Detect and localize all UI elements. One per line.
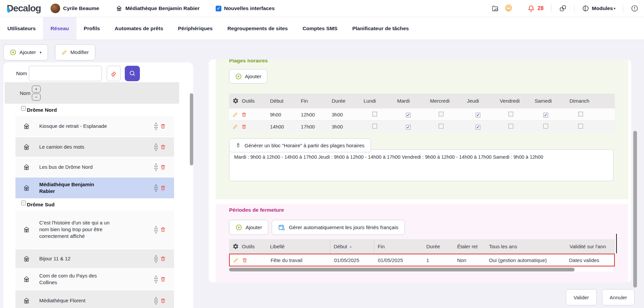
column-header[interactable]: Jeudi	[464, 98, 496, 104]
list-item[interactable]: Les bus de Drôme Nord △▽	[15, 157, 174, 177]
modules-menu[interactable]: Modules ▾	[582, 5, 615, 12]
day-checkbox[interactable]	[372, 124, 377, 129]
add-plage-button[interactable]: Ajouter	[229, 69, 267, 84]
move-up-icon[interactable]: △	[154, 296, 158, 301]
day-checkbox[interactable]	[439, 112, 443, 116]
horizontal-scrollbar[interactable]	[229, 268, 613, 271]
clear-search-button[interactable]	[107, 66, 121, 81]
column-header[interactable]: Mercredi	[427, 98, 464, 104]
column-header[interactable]: Samedi	[531, 98, 566, 104]
move-down-icon[interactable]: ▽	[154, 188, 158, 193]
day-checkbox[interactable]: ✓	[476, 125, 480, 130]
edit-icon[interactable]	[233, 257, 239, 263]
column-header[interactable]: Dimanch	[566, 98, 615, 104]
move-down-icon[interactable]: ▽	[154, 229, 158, 234]
cancel-button[interactable]: Annuler	[602, 289, 635, 305]
tab-regroupements-de-sites[interactable]: Regroupements de sites	[220, 17, 295, 40]
column-header[interactable]: Vendredi	[496, 98, 531, 104]
add-button[interactable]: Ajouter ▾	[3, 44, 48, 60]
list-item[interactable]: C'est l'histoire d'un site qui a un nom …	[15, 210, 174, 249]
edit-icon[interactable]	[232, 124, 238, 130]
linked-apps-icon[interactable]	[559, 4, 567, 12]
move-up-icon[interactable]: △	[154, 183, 158, 188]
delete-icon[interactable]	[241, 112, 247, 117]
day-checkbox[interactable]: ✓	[406, 125, 411, 130]
move-up-icon[interactable]: △	[154, 142, 158, 147]
list-item-selected[interactable]: Médiathèque Benjamin Rabier △▽	[15, 177, 174, 198]
collapse-node-icon[interactable]: −	[21, 201, 26, 205]
site-search-input[interactable]	[29, 66, 102, 81]
collapse-node-icon[interactable]: −	[21, 106, 26, 111]
add-fermeture-button[interactable]: Ajouter	[229, 220, 268, 235]
sidebar-scrollbar[interactable]	[190, 93, 193, 165]
column-header[interactable]: Tous les ans	[486, 244, 566, 249]
tree-group-drome-sud[interactable]: − Drôme Sud	[3, 198, 193, 210]
collapse-all-button[interactable]: −	[32, 94, 41, 101]
move-down-icon[interactable]: ▽	[154, 301, 158, 305]
delete-icon[interactable]	[160, 298, 166, 304]
current-site[interactable]: Médiathèque Benjamin Rabier	[115, 5, 200, 12]
column-header[interactable]: Durée	[328, 98, 360, 104]
move-down-icon[interactable]: ▽	[154, 167, 158, 172]
delete-icon[interactable]	[242, 257, 248, 263]
move-up-icon[interactable]: △	[154, 225, 158, 229]
generate-schedule-button[interactable]: Générer un bloc "Horaire" à partir des p…	[229, 138, 371, 152]
tab-automates-de-prets[interactable]: Automates de prêts	[107, 17, 171, 40]
day-checkbox[interactable]	[439, 124, 443, 129]
day-checkbox[interactable]	[578, 112, 583, 116]
column-header[interactable]: Mardi	[394, 98, 427, 104]
list-item[interactable]: Bijour 11 & 12 △▽	[15, 249, 174, 268]
horizontal-scrollbar-thumb[interactable]	[229, 268, 575, 271]
column-header[interactable]: Étaler ret	[454, 244, 486, 249]
search-button[interactable]	[125, 66, 140, 81]
day-checkbox[interactable]	[543, 124, 548, 129]
tree-group-drome-nord[interactable]: − Drôme Nord	[3, 104, 193, 115]
day-checkbox[interactable]: ✓	[476, 113, 480, 117]
tab-comptes-sms[interactable]: Comptes SMS	[295, 17, 345, 40]
tab-profils[interactable]: Profils	[76, 17, 107, 40]
column-header-sorted[interactable]: Début▲	[330, 239, 374, 254]
column-header[interactable]: Libellé	[267, 239, 330, 254]
checked-checkbox-icon[interactable]: ✓	[216, 6, 221, 11]
column-header[interactable]: Lundi	[360, 98, 394, 104]
day-checkbox[interactable]	[508, 112, 513, 116]
notifications-bell-icon[interactable]	[527, 5, 535, 12]
move-down-icon[interactable]: ▽	[154, 259, 158, 263]
day-checkbox[interactable]	[372, 112, 377, 116]
notification-count-badge[interactable]: 28	[538, 5, 544, 11]
move-down-icon[interactable]: ▽	[154, 279, 158, 284]
delete-icon[interactable]	[160, 144, 166, 150]
list-item[interactable]: Com de com du Pays des Collines △▽	[15, 268, 174, 290]
folder-sync-icon[interactable]	[491, 4, 500, 13]
column-header[interactable]: Fin	[374, 244, 423, 249]
delete-icon[interactable]	[160, 226, 166, 233]
new-interfaces-toggle[interactable]: ✓ Nouvelles interfaces	[216, 5, 275, 11]
move-down-icon[interactable]: ▽	[154, 126, 158, 131]
day-checkbox[interactable]: ✓	[406, 113, 411, 117]
list-item[interactable]: Kiosque de retrait - Esplanade △▽	[15, 115, 174, 137]
hotspot-icon[interactable]	[504, 4, 513, 13]
app-logo[interactable]: Decalog	[5, 3, 41, 14]
delete-icon[interactable]	[241, 124, 247, 130]
current-user[interactable]: Cyrile Beaume	[50, 3, 99, 13]
delete-icon[interactable]	[160, 276, 166, 282]
delete-icon[interactable]	[160, 123, 166, 129]
column-header[interactable]: Validité sur l'ann	[566, 244, 615, 249]
validate-button[interactable]: Valider	[566, 289, 597, 305]
edit-icon[interactable]	[232, 112, 238, 117]
schedule-text-area[interactable]: Mardi : 9h00 à 12h00 - 14h00 à 17h00 Jeu…	[229, 149, 613, 181]
column-header[interactable]: Fin	[298, 98, 328, 104]
move-up-icon[interactable]: △	[154, 274, 158, 279]
manage-holidays-button[interactable]: Gérer automatiquement les jours fériés f…	[272, 220, 405, 235]
day-checkbox[interactable]: ✓	[543, 113, 548, 117]
column-header[interactable]: Durée	[423, 244, 454, 249]
expand-all-button[interactable]: +	[32, 86, 41, 93]
tab-peripheriques[interactable]: Périphériques	[171, 17, 220, 40]
day-checkbox[interactable]	[578, 124, 583, 129]
delete-icon[interactable]	[160, 185, 166, 191]
move-up-icon[interactable]: △	[154, 121, 158, 126]
modify-button[interactable]: Modifier	[55, 44, 95, 60]
column-header[interactable]: Début	[267, 98, 298, 104]
day-checkbox[interactable]	[508, 124, 513, 129]
list-item[interactable]: Médiathèque Florent △▽	[15, 290, 174, 308]
